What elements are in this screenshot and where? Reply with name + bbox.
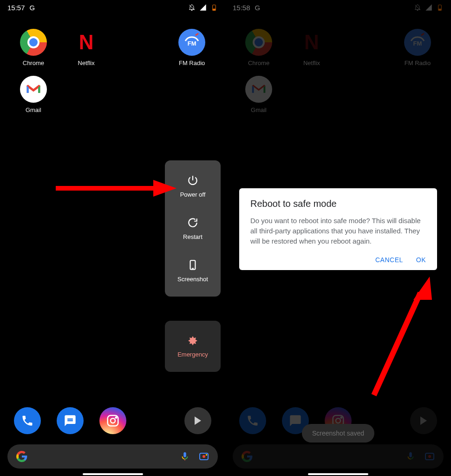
lens-icon[interactable]: [198, 451, 209, 462]
app-chrome[interactable]: Chrome: [9, 29, 58, 66]
home-indicator[interactable]: [83, 473, 143, 475]
app-fmradio[interactable]: FM FM Radio: [168, 29, 216, 66]
emergency-icon: [187, 335, 198, 346]
app-label: FM Radio: [179, 60, 205, 66]
cancel-button[interactable]: CANCEL: [375, 256, 403, 264]
gmail-icon: [20, 76, 47, 103]
google-indicator: G: [30, 4, 35, 12]
restart-button[interactable]: Restart: [183, 217, 203, 240]
screenshot-label: Screenshot: [177, 276, 208, 283]
svg-point-9: [115, 417, 117, 418]
dialog-body: Do you want to reboot into safe mode? Th…: [250, 216, 426, 246]
battery-icon: [210, 4, 218, 11]
safe-mode-dialog: Reboot to safe mode Do you want to reboo…: [239, 188, 437, 270]
dialog-title: Reboot to safe mode: [250, 198, 426, 209]
dock: [0, 407, 225, 434]
svg-point-8: [111, 418, 115, 423]
dock-instagram[interactable]: [99, 407, 126, 434]
dock-messages[interactable]: [57, 407, 84, 434]
power-off-button[interactable]: Power off: [180, 174, 206, 198]
power-icon: [187, 174, 199, 186]
mic-icon[interactable]: [180, 451, 190, 462]
emergency-label: Emergency: [177, 351, 208, 358]
left-phone-screen: 15:57 G Chrome N Netflix FM FM Radio: [0, 0, 225, 476]
emergency-button[interactable]: Emergency: [165, 321, 221, 372]
power-menu: Power off Restart Screenshot: [165, 160, 221, 297]
fm-text: FM: [188, 40, 196, 47]
search-bar[interactable]: [7, 444, 218, 469]
chrome-icon: [20, 29, 47, 56]
clock-time: 15:57: [7, 4, 25, 12]
app-label: Gmail: [26, 106, 41, 113]
screenshot-button[interactable]: Screenshot: [177, 259, 208, 283]
power-off-label: Power off: [180, 191, 206, 198]
restart-icon: [187, 217, 199, 229]
annotation-arrow: [56, 179, 176, 198]
app-label: Chrome: [23, 60, 44, 66]
fmradio-icon: FM: [178, 29, 205, 56]
dnd-off-icon: [188, 4, 196, 11]
screenshot-icon: [187, 259, 199, 271]
signal-icon: [199, 4, 207, 11]
svg-line-2: [196, 33, 198, 35]
dock-playstore[interactable]: [184, 407, 211, 434]
netflix-icon: N: [73, 29, 100, 56]
app-gmail[interactable]: Gmail: [9, 76, 58, 113]
app-netflix[interactable]: N Netflix: [62, 29, 111, 66]
restart-label: Restart: [183, 233, 203, 240]
svg-rect-1: [213, 9, 215, 10]
svg-point-11: [203, 455, 205, 458]
ok-button[interactable]: OK: [416, 256, 426, 264]
app-label: Netflix: [78, 60, 95, 66]
google-g-icon: [16, 450, 28, 463]
svg-rect-12: [206, 454, 207, 456]
home-indicator[interactable]: [308, 473, 368, 475]
status-bar: 15:57 G: [0, 0, 225, 15]
dock-phone[interactable]: [14, 407, 41, 434]
right-phone-screen: 15:58 G Chrome N Netflix FM FM Radio: [225, 0, 451, 476]
